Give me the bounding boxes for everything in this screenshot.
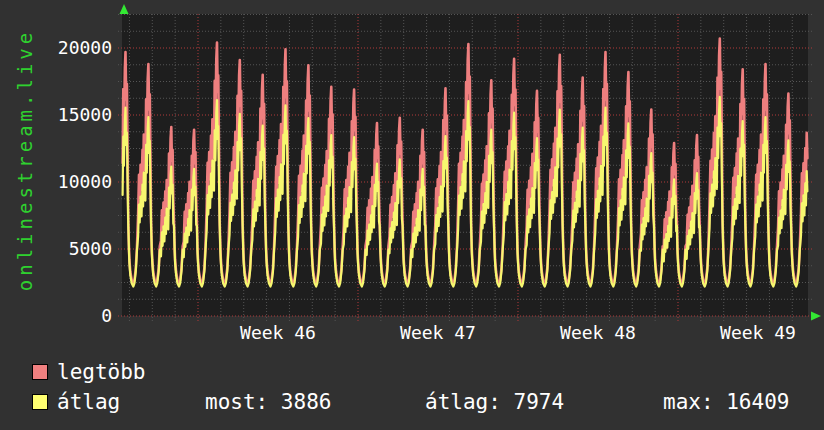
y-tick-label: 10000 — [0, 171, 112, 193]
stat-atlag: átlag: 7974 — [425, 390, 564, 415]
x-axis-arrow-icon — [811, 312, 821, 321]
y-axis-arrow-icon — [120, 4, 129, 14]
week-label: Week 48 — [518, 322, 678, 344]
week-label: Week 47 — [358, 322, 518, 344]
week-label: Week 49 — [678, 322, 824, 344]
stat-most: most: 3886 — [205, 390, 331, 415]
legend-label-legtobb: legtöbb — [57, 360, 146, 385]
series-layer — [123, 39, 808, 287]
week-label: Week 46 — [198, 322, 358, 344]
y-tick-label: 5000 — [0, 238, 112, 260]
legend-swatch-legtobb — [32, 364, 48, 380]
y-tick-label: 0 — [0, 305, 112, 327]
legend-label-atlag: átlag — [57, 390, 120, 415]
legend-swatch-atlag — [32, 394, 48, 410]
y-tick-label: 15000 — [0, 104, 112, 126]
rrd-graph: onlinestream.live 05000100001500020000 W… — [0, 0, 824, 430]
stat-max: max: 16409 — [663, 390, 789, 415]
y-tick-label: 20000 — [0, 37, 112, 59]
